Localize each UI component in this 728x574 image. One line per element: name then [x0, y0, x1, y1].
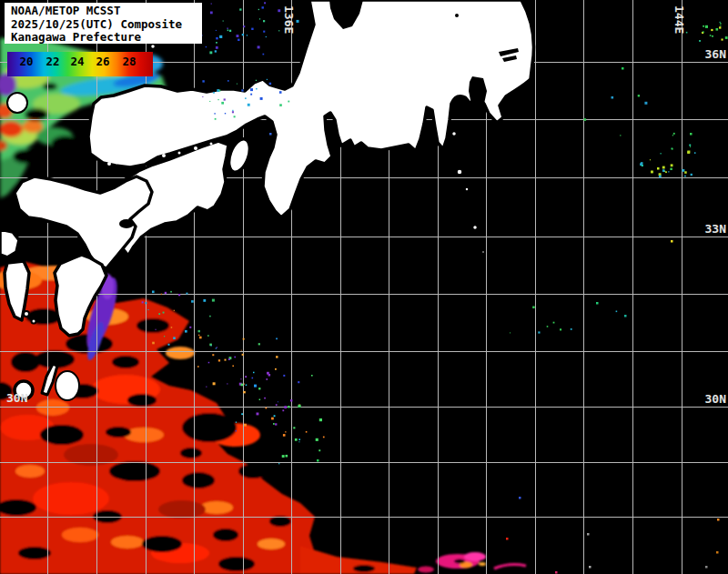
- sst-speck: [225, 359, 227, 361]
- sst-speck: [622, 67, 624, 70]
- sst-speck: [152, 342, 155, 345]
- sst-speck: [662, 166, 665, 169]
- sst-speck: [278, 30, 279, 31]
- sst-speck: [263, 54, 265, 55]
- sst-speck: [672, 148, 673, 150]
- sst-speck: [672, 135, 673, 136]
- sst-speck: [560, 328, 561, 330]
- sst-speck: [705, 566, 708, 569]
- sst-speck: [644, 102, 647, 105]
- sst-speck: [189, 327, 191, 328]
- sst-speck: [710, 35, 712, 36]
- sst-speck: [210, 12, 213, 15]
- sst-speck: [285, 431, 286, 432]
- sst-speck: [229, 30, 231, 32]
- sst-speck: [264, 398, 266, 399]
- sst-speck: [298, 438, 300, 440]
- sst-speck: [221, 102, 224, 105]
- sst-speck: [216, 37, 218, 40]
- sst-speck: [237, 35, 239, 37]
- sst-speck: [278, 9, 280, 12]
- sst-speck: [252, 378, 254, 379]
- sst-speck: [274, 415, 276, 417]
- sst-speck: [215, 50, 217, 52]
- sst-map-screen: 136E144E36N33N30N30N NOAA/METOP MCSST 20…: [0, 0, 728, 574]
- sst-speck: [262, 6, 264, 8]
- sst-speck: [323, 437, 325, 438]
- sst-speck: [185, 330, 187, 333]
- sst-speck: [510, 332, 511, 333]
- sst-speck: [283, 375, 285, 377]
- sst-speck: [257, 413, 259, 416]
- sst-speck: [209, 101, 210, 102]
- sst-speck: [263, 20, 265, 22]
- sst-speck: [165, 292, 167, 294]
- sst-speck: [266, 378, 268, 380]
- sst-speck: [284, 406, 287, 408]
- sst-speck: [651, 171, 653, 174]
- sst-speck: [716, 28, 719, 31]
- sst-speck: [239, 8, 241, 10]
- sst-speck: [203, 299, 206, 302]
- title-line-2: 2025/10/25(UTC) Composite: [11, 18, 202, 32]
- colorbar-tick: 22: [46, 55, 59, 68]
- land-koshiki-2: [32, 319, 36, 324]
- sst-speck: [717, 519, 720, 521]
- sst-speck: [197, 366, 199, 368]
- sst-speck: [218, 359, 220, 361]
- sst-speck: [232, 366, 234, 368]
- sst-speck: [254, 385, 257, 388]
- sst-speck: [212, 299, 215, 302]
- sst-speck: [711, 29, 713, 31]
- sst-speck: [273, 423, 275, 425]
- sst-speck: [276, 356, 278, 357]
- title-line-3: Kanagawa Prefecture: [11, 31, 202, 45]
- sst-speck: [245, 376, 247, 378]
- sst-speck: [671, 164, 673, 166]
- sst-speck: [264, 2, 266, 4]
- graticule-label: 36N: [705, 47, 727, 61]
- sst-speck: [198, 335, 199, 336]
- sst-speck: [241, 350, 242, 351]
- sst-speck: [547, 326, 549, 327]
- cloud-blob-kuroshio: [56, 371, 79, 400]
- sst-speck: [266, 36, 267, 37]
- sst-speck: [227, 28, 228, 29]
- land-koshiki-1: [24, 311, 29, 317]
- sst-speck: [245, 97, 247, 99]
- sst-speck: [670, 168, 672, 170]
- sst-speck: [506, 538, 509, 540]
- map-canvas: 136E144E36N33N30N30N: [0, 0, 728, 574]
- sst-speck: [212, 354, 214, 356]
- title-box: NOAA/METOP MCSST 2025/10/25(UTC) Composi…: [5, 3, 202, 44]
- sst-speck: [668, 171, 669, 172]
- sst-speck: [238, 39, 239, 41]
- sst-speck: [216, 46, 218, 49]
- sst-speck: [279, 91, 282, 94]
- sst-speck: [256, 80, 257, 81]
- colorbar-tick: 26: [96, 55, 109, 68]
- sst-speck: [555, 571, 558, 574]
- sst-speck: [246, 385, 248, 387]
- sst-speck: [712, 35, 713, 37]
- sst-speck: [587, 533, 590, 536]
- sst-speck: [258, 343, 260, 345]
- sst-speck: [251, 28, 253, 30]
- sst-speck: [174, 310, 175, 311]
- sst-speck: [224, 98, 226, 100]
- sst-speck: [147, 309, 148, 310]
- sst-speck: [152, 291, 155, 294]
- sst-speck: [661, 153, 662, 154]
- sst-speck: [659, 176, 662, 178]
- sst-speck: [250, 88, 253, 91]
- sst-speck: [288, 101, 289, 103]
- sst-speck: [242, 34, 244, 35]
- sst-speck: [191, 300, 194, 303]
- sst-speck: [234, 116, 236, 117]
- colorbar-tick: 28: [122, 55, 136, 68]
- sst-speck: [225, 113, 226, 114]
- sst-speck: [640, 163, 642, 166]
- sst-speck: [286, 455, 288, 458]
- land-izu-island-5: [482, 251, 485, 254]
- sst-speck: [236, 422, 237, 423]
